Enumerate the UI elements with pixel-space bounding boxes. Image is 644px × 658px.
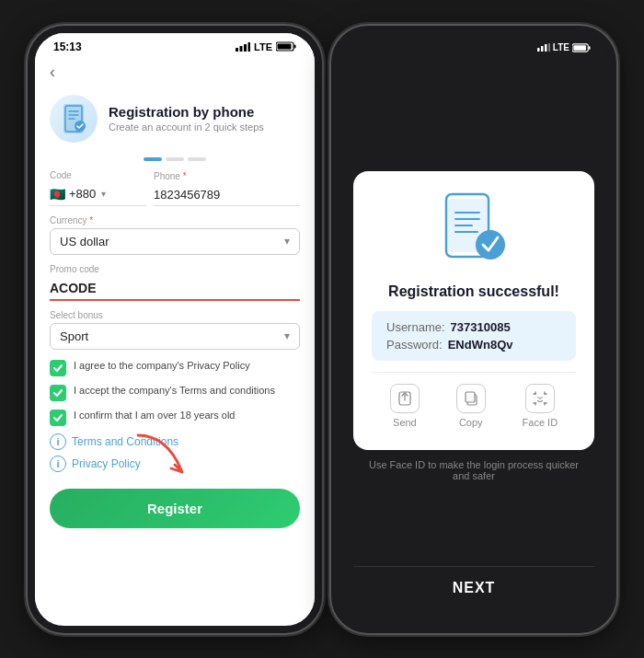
copy-button[interactable]: Copy: [445, 380, 497, 432]
svg-point-40: [541, 397, 543, 398]
code-select[interactable]: 🇧🇩 +880 ▾: [50, 183, 146, 206]
currency-select[interactable]: US dollar ▾: [50, 228, 300, 255]
checkbox-2-label: I accept the company's Terms and conditi…: [74, 384, 275, 398]
privacy-link[interactable]: Privacy Policy: [72, 457, 141, 470]
password-label: Password:: [386, 338, 443, 352]
svg-rect-3: [248, 42, 251, 52]
svg-rect-19: [573, 45, 586, 50]
svg-rect-2: [244, 44, 247, 52]
checkbox-age: I confirm that I am over 18 years old: [50, 409, 300, 426]
promo-group: Promo code: [50, 264, 300, 301]
send-icon: [390, 384, 420, 413]
checkboxes-section: I agree to the company's Privacy Policy …: [50, 359, 300, 426]
password-row: Password: ENdWn8Qv: [386, 338, 561, 352]
svg-rect-5: [294, 45, 296, 49]
send-label: Send: [393, 417, 417, 428]
dot-2: [166, 157, 184, 161]
success-phone-icon: [437, 190, 511, 272]
register-button[interactable]: Register: [50, 489, 300, 528]
phone-input[interactable]: [154, 184, 300, 206]
svg-rect-16: [548, 43, 550, 52]
links-section: i Terms and Conditions i Privacy Policy: [50, 433, 300, 472]
svg-rect-18: [589, 46, 591, 50]
terms-link-row: i Terms and Conditions: [50, 433, 300, 450]
code-value: +880: [69, 187, 96, 201]
status-bar-left: 15:13 LTE: [35, 33, 315, 57]
dot-3: [188, 157, 206, 161]
next-button[interactable]: NEXT: [353, 566, 594, 609]
svg-rect-0: [236, 48, 238, 52]
bonus-label: Select bonus: [50, 310, 300, 320]
svg-rect-1: [240, 46, 243, 52]
username-label: Username:: [386, 320, 445, 334]
registration-header: Registration by phone Create an account …: [50, 87, 300, 154]
code-group: Code 🇧🇩 +880 ▾: [50, 170, 146, 206]
dot-1: [144, 157, 162, 161]
checkbox-privacy: I agree to the company's Privacy Policy: [50, 359, 300, 376]
phone-left: 15:13 LTE ‹: [28, 26, 322, 633]
time-left: 15:13: [53, 40, 82, 53]
svg-point-39: [537, 397, 539, 398]
info-icon-privacy: i: [50, 456, 66, 472]
currency-wrapper: Currency * US dollar ▾: [50, 215, 300, 255]
currency-label: Currency *: [50, 215, 300, 225]
bonus-wrapper: Select bonus Sport ▾: [50, 310, 300, 350]
checkbox-1-label: I agree to the company's Privacy Policy: [74, 359, 250, 373]
svg-point-26: [476, 230, 505, 260]
registration-subtitle: Create an account in 2 quick steps: [109, 121, 264, 133]
svg-rect-30: [466, 392, 475, 402]
svg-rect-13: [537, 48, 540, 52]
currency-chevron-icon: ▾: [284, 235, 290, 248]
signal-icon-right: [537, 43, 550, 52]
username-row: Username: 737310085: [386, 320, 561, 334]
info-icon-terms: i: [50, 433, 66, 450]
currency-value: US dollar: [60, 235, 109, 248]
privacy-link-row: i Privacy Policy: [50, 456, 300, 472]
promo-label: Promo code: [50, 264, 300, 274]
header-icon: [50, 95, 98, 143]
faceid-icon: [525, 384, 555, 413]
flag-icon: 🇧🇩: [50, 187, 65, 202]
phone-group: Phone *: [154, 171, 300, 206]
svg-rect-6: [278, 44, 292, 50]
status-bar-right: LTE: [339, 33, 609, 59]
terms-link[interactable]: Terms and Conditions: [72, 435, 178, 448]
faceid-button[interactable]: Face ID: [512, 380, 569, 432]
bonus-value: Sport: [60, 329, 88, 343]
lte-label: LTE: [254, 41, 272, 52]
svg-rect-15: [545, 44, 547, 52]
password-value: ENdWn8Qv: [448, 338, 513, 352]
copy-icon: [456, 384, 486, 413]
success-title: Registration successful!: [372, 283, 576, 300]
promo-input[interactable]: [50, 277, 300, 301]
battery-icon-left: [276, 41, 296, 52]
code-label: Code: [50, 170, 146, 180]
bonus-select[interactable]: Sport ▾: [50, 323, 300, 350]
phone-register-icon: [60, 104, 87, 133]
checkbox-3[interactable]: [50, 410, 66, 426]
registration-title: Registration by phone: [109, 104, 264, 120]
checkbox-2[interactable]: [50, 385, 66, 401]
checkbox-1[interactable]: [50, 360, 66, 376]
register-section: Register: [50, 481, 300, 528]
signal-icon: [236, 42, 250, 52]
checkbox-3-label: I confirm that I am over 18 years old: [74, 409, 235, 422]
phone-right: LTE: [331, 26, 616, 633]
success-card: Registration successful! Username: 73731…: [353, 171, 594, 450]
code-chevron-icon: ▾: [101, 189, 106, 199]
credentials-box: Username: 737310085 Password: ENdWn8Qv: [372, 311, 576, 361]
send-button[interactable]: Send: [379, 380, 431, 432]
right-phone-content: Registration successful! Username: 73731…: [339, 59, 609, 624]
actions-row: Send Copy: [372, 372, 576, 435]
left-phone-content: ‹ Registration by phone C: [35, 57, 315, 622]
faceid-hint: Use Face ID to make the login process qu…: [353, 450, 594, 481]
checkbox-terms: I accept the company's Terms and conditi…: [50, 384, 300, 401]
phone-illustration: [372, 190, 576, 272]
bonus-chevron-icon: ▾: [284, 329, 290, 342]
code-phone-row: Code 🇧🇩 +880 ▾ Phone *: [50, 170, 300, 206]
step-indicator: [50, 154, 300, 170]
faceid-label: Face ID: [523, 417, 558, 428]
back-button[interactable]: ‹: [50, 57, 300, 87]
battery-icon-right: [572, 43, 591, 52]
phone-label: Phone *: [154, 171, 300, 181]
